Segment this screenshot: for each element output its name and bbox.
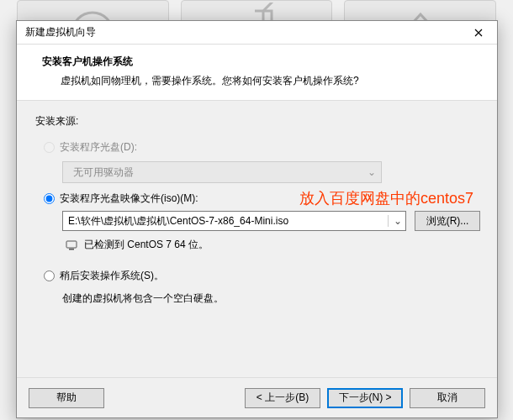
radio-disc (44, 142, 55, 153)
svg-rect-2 (69, 249, 74, 250)
radio-later-label[interactable]: 稍后安装操作系统(S)。 (60, 269, 164, 283)
next-button[interactable]: 下一步(N) > (327, 388, 403, 408)
radio-disc-label: 安装程序光盘(D): (60, 140, 137, 155)
radio-later[interactable] (44, 270, 55, 281)
cancel-button[interactable]: 取消 (410, 388, 485, 408)
header-title: 安装客户机操作系统 (42, 55, 480, 69)
close-icon (474, 29, 483, 37)
info-icon (66, 240, 77, 250)
annotation-text: 放入百度网盘中的centos7 (299, 188, 473, 208)
radio-iso-label[interactable]: 安装程序光盘映像文件(iso)(M): (60, 192, 198, 206)
detection-info: 已检测到 CentOS 7 64 位。 (66, 238, 480, 252)
header-subtitle: 虚拟机如同物理机，需要操作系统。您将如何安装客户机操作系统? (42, 74, 480, 88)
close-button[interactable] (465, 24, 492, 42)
option-disc: 安装程序光盘(D): 无可用驱动器 ⌄ (35, 140, 480, 183)
later-description: 创建的虚拟机将包含一个空白硬盘。 (62, 291, 480, 306)
help-button[interactable]: 帮助 (29, 388, 104, 408)
wizard-dialog: 新建虚拟机向导 安装客户机操作系统 虚拟机如同物理机，需要操作系统。您将如何安装… (16, 20, 498, 418)
dialog-title: 新建虚拟机向导 (25, 25, 96, 39)
source-label: 安装来源: (35, 114, 480, 129)
option-later: 稍后安装操作系统(S)。 创建的虚拟机将包含一个空白硬盘。 (35, 269, 480, 306)
back-button[interactable]: < 上一步(B) (245, 388, 320, 408)
chevron-down-icon[interactable]: ⌄ (388, 215, 402, 227)
disc-drive-value: 无可用驱动器 (73, 165, 134, 180)
iso-path-value: E:\软件\虚拟机\虚拟机\CentOS-7-x86_64-Mini.iso (68, 214, 288, 228)
dialog-footer: 帮助 < 上一步(B) 下一步(N) > 取消 (17, 377, 497, 417)
disc-drive-combo: 无可用驱动器 ⌄ (62, 161, 382, 183)
titlebar: 新建虚拟机向导 (17, 21, 497, 45)
iso-path-combo[interactable]: E:\软件\虚拟机\虚拟机\CentOS-7-x86_64-Mini.iso ⌄ (62, 211, 406, 231)
svg-rect-1 (66, 241, 77, 248)
radio-iso[interactable] (44, 193, 55, 204)
chevron-down-icon: ⌄ (368, 166, 376, 178)
detection-text: 已检测到 CentOS 7 64 位。 (84, 238, 209, 252)
dialog-body: 安装来源: 安装程序光盘(D): 无可用驱动器 ⌄ 放入百度网盘中的centos… (17, 101, 497, 377)
dialog-header: 安装客户机操作系统 虚拟机如同物理机，需要操作系统。您将如何安装客户机操作系统? (17, 45, 497, 101)
browse-button[interactable]: 浏览(R)... (415, 211, 480, 231)
